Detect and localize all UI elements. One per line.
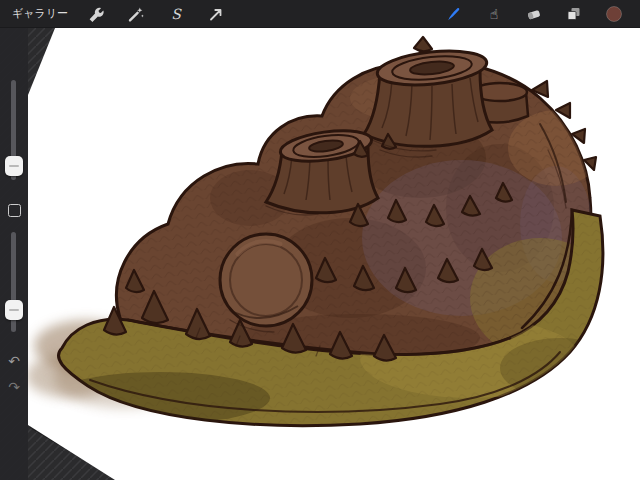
actions-button[interactable]	[76, 0, 116, 28]
gallery-button[interactable]: ギャラリー	[0, 6, 76, 21]
opacity-handle[interactable]	[5, 300, 23, 320]
transform-button[interactable]	[196, 0, 236, 28]
paint-brush-icon	[445, 5, 463, 23]
redo-button[interactable]: ↷	[0, 380, 28, 394]
paint-button[interactable]	[434, 0, 474, 28]
smudge-button[interactable]: ☝	[474, 0, 514, 28]
color-swatch	[605, 5, 623, 23]
eraser-icon	[525, 5, 543, 23]
handle-groove	[9, 165, 19, 167]
transform-arrow-icon	[207, 5, 225, 23]
layers-icon	[565, 5, 583, 23]
selection-button[interactable]: S	[156, 0, 196, 28]
selection-s-icon: S	[171, 7, 181, 21]
smudge-finger-icon: ☝	[490, 7, 499, 21]
handle-groove	[9, 309, 19, 311]
magic-wand-icon	[127, 5, 145, 23]
paint-tools-group: ☝	[434, 0, 640, 28]
erase-button[interactable]	[514, 0, 554, 28]
adjustments-button[interactable]	[116, 0, 156, 28]
top-toolbar: ギャラリー S ☝	[0, 0, 640, 28]
wrench-icon	[87, 5, 105, 23]
workspace-canvas	[0, 28, 640, 480]
modify-button[interactable]	[8, 204, 21, 217]
layers-button[interactable]	[554, 0, 594, 28]
undo-button[interactable]: ↶	[0, 354, 28, 368]
left-sidebar: ↶ ↷	[0, 28, 28, 480]
brush-size-handle[interactable]	[5, 156, 23, 176]
color-button[interactable]	[594, 0, 634, 28]
